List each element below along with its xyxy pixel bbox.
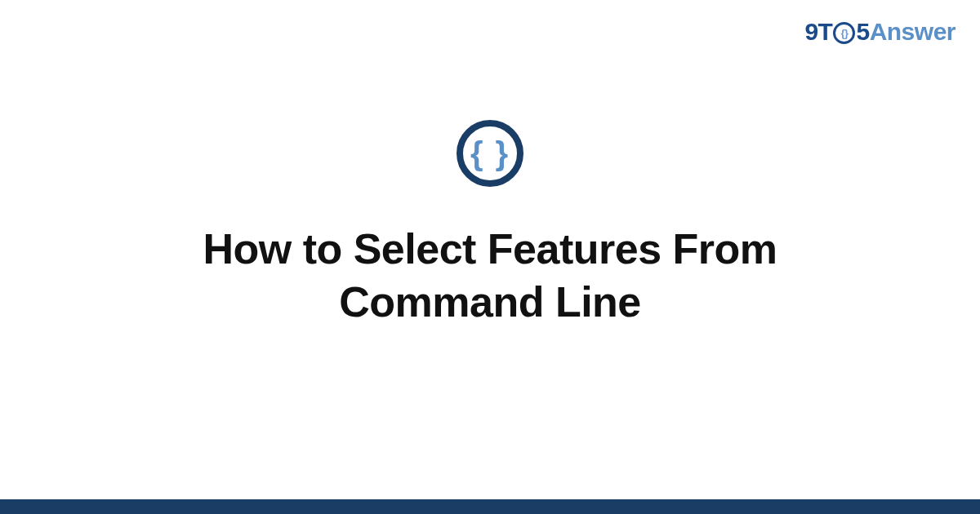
page-title: How to Select Features From Command Line: [122, 223, 858, 329]
topic-icon-circle: { }: [457, 120, 523, 187]
bottom-accent-bar: [0, 499, 980, 514]
main-content: { } How to Select Features From Command …: [0, 0, 980, 514]
braces-icon: { }: [470, 137, 510, 170]
